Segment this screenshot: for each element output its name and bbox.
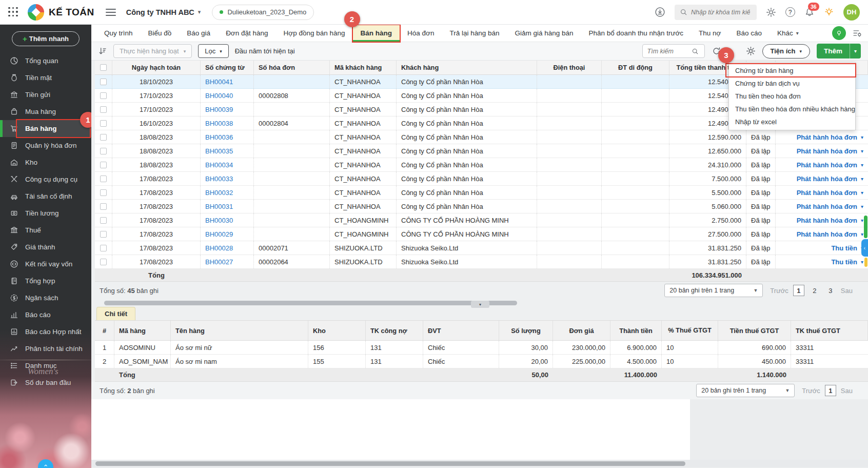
tab-hop-dong-ban-hang[interactable]: Hợp đồng bán hàng — [276, 25, 353, 42]
sort-icon[interactable] — [97, 46, 107, 56]
next-page-button[interactable]: Sau — [841, 287, 853, 295]
detail-row[interactable]: 2AO_SOMI_NAMÁo sơ mi nam155131Chiếc20,00… — [95, 355, 868, 368]
global-search[interactable] — [675, 5, 757, 20]
voucher-link[interactable]: BH00036 — [205, 133, 233, 141]
menu-item-chung-tu-ban-dich-vu[interactable]: Chứng từ bán dịch vụ — [729, 77, 855, 90]
row-checkbox[interactable] — [100, 189, 107, 196]
view-settings-icon[interactable] — [852, 28, 862, 38]
assistant-bulb-icon[interactable] — [832, 26, 846, 40]
detail-row[interactable]: 1AOSOMINUÁo sơ mi nữ156131Chiếc30,00230.… — [95, 341, 868, 355]
detail-column-header-idx[interactable]: # — [95, 321, 114, 340]
menu-item-nhap-tu-excel[interactable]: Nhập từ excel — [729, 115, 855, 128]
row-action-button[interactable]: Phát hành hóa đơn▾ — [797, 161, 863, 169]
row-checkbox[interactable] — [100, 203, 107, 210]
row-action-button[interactable]: Phát hành hóa đơn▾ — [797, 133, 863, 141]
page-1-button[interactable]: 1 — [793, 285, 804, 296]
row-checkbox[interactable] — [100, 106, 107, 113]
voucher-link[interactable]: BH00030 — [205, 217, 233, 224]
voucher-link[interactable]: BH00038 — [205, 120, 233, 127]
table-row[interactable]: 17/08/2023BH0002700002064SHIZUOKA.LTDShi… — [95, 255, 868, 269]
help-icon[interactable]: ? — [785, 7, 795, 17]
column-header-name[interactable]: Khách hàng — [397, 61, 537, 74]
detail-column-header-tk[interactable]: TK công nợ — [366, 321, 423, 340]
row-action-button[interactable]: Phát hành hóa đơn▾ — [797, 203, 863, 210]
table-row[interactable]: 17/08/2023BH00030CT_HOANGMINHCÔNG TY CỔ … — [95, 213, 868, 227]
voucher-link[interactable]: BH00035 — [205, 147, 233, 155]
detail-column-header-name[interactable]: Tên hàng — [171, 321, 308, 340]
table-row[interactable]: 18/08/2023BH00035CT_NHANHOACông ty Cổ ph… — [95, 144, 868, 158]
row-checkbox[interactable] — [100, 176, 107, 182]
table-row[interactable]: 17/08/2023BH00032CT_NHANHOACông ty Cổ ph… — [95, 186, 868, 200]
select-all-checkbox[interactable] — [100, 64, 107, 71]
tab-giam-gia-hang-ban[interactable]: Giảm giá hàng bán — [507, 25, 581, 42]
download-icon[interactable] — [655, 7, 665, 17]
company-selector[interactable]: Công ty TNHH ABC ▾ — [126, 8, 201, 16]
column-header-mobile[interactable]: ĐT di động — [602, 61, 669, 74]
sidebar-item-thue[interactable]: Thuế — [0, 222, 91, 239]
sidebar-item-ban-hang[interactable]: Bán hàng1 — [0, 120, 91, 137]
sidebar-item-tong-quan[interactable]: Tổng quan — [0, 52, 91, 69]
database-pill[interactable]: Dulieuketoan_2023_Demo — [212, 5, 314, 20]
tab-quy-trinh[interactable]: Quy trình — [96, 25, 141, 42]
detail-column-header-kho[interactable]: Kho — [308, 321, 366, 340]
row-checkbox[interactable] — [100, 79, 107, 85]
quick-add-button[interactable]: + Thêm nhanh — [12, 31, 80, 46]
sidebar-item-tien-mat[interactable]: Tiền mặt — [0, 69, 91, 86]
tab-bieu-do[interactable]: Biểu đồ — [141, 25, 180, 42]
row-action-button[interactable]: Thu tiền▾ — [831, 258, 863, 266]
sidebar-item-tien-luong[interactable]: Tiền lương — [0, 205, 91, 222]
global-search-input[interactable] — [691, 9, 750, 16]
voucher-link[interactable]: BH00027 — [205, 258, 233, 266]
voucher-link[interactable]: BH00033 — [205, 175, 233, 183]
detail-column-header-dvt[interactable]: ĐVT — [423, 321, 499, 340]
sidebar-item-tai-san-co-dinh[interactable]: Tài sản cố định — [0, 188, 91, 205]
voucher-link[interactable]: BH00040 — [205, 92, 233, 100]
detail-page-1-button[interactable]: 1 — [825, 385, 836, 396]
sidebar-item-danh-muc[interactable]: Danh mục — [0, 357, 91, 374]
detail-column-header-price[interactable]: Đơn giá — [553, 321, 610, 340]
row-checkbox[interactable] — [100, 120, 107, 127]
voucher-link[interactable]: BH00032 — [205, 189, 233, 197]
right-scrollbar-thumb[interactable] — [864, 216, 867, 238]
detail-column-header-amount[interactable]: Thành tiền — [610, 321, 662, 340]
voucher-link[interactable]: BH00029 — [205, 230, 233, 238]
row-action-button[interactable]: Phát hành hóa đơn▾ — [797, 175, 863, 183]
prev-page-button[interactable]: Trước — [770, 287, 788, 295]
detail-prev-page-button[interactable]: Trước — [802, 387, 820, 395]
tab-detail[interactable]: Chi tiết — [96, 307, 135, 320]
row-action-button[interactable]: Phát hành hóa đơn▾ — [797, 217, 863, 224]
list-search-input[interactable] — [647, 48, 688, 55]
row-checkbox[interactable] — [100, 217, 107, 224]
row-action-button[interactable]: Phát hành hóa đơn▾ — [797, 230, 863, 238]
sidebar-item-bao-cao-hop-nhat[interactable]: Báo cáo Hợp nhất — [0, 323, 91, 340]
tab-tra-lai-hang-ban[interactable]: Trả lại hàng bán — [442, 25, 507, 42]
column-header-code[interactable]: Mã khách hàng — [330, 61, 397, 74]
page-3-button[interactable]: 3 — [825, 285, 836, 296]
voucher-link[interactable]: BH00041 — [205, 78, 233, 86]
voucher-link[interactable]: BH00028 — [205, 244, 233, 252]
row-checkbox[interactable] — [100, 231, 107, 238]
tab-khac[interactable]: Khác▾ — [770, 25, 806, 42]
voucher-link[interactable]: BH00034 — [205, 161, 233, 169]
column-header-date[interactable]: Ngày hạch toán — [112, 61, 201, 74]
menu-item-thu-tien-theo-hoa-don[interactable]: Thu tiền theo hóa đơn — [729, 90, 855, 103]
tab-bao-cao[interactable]: Báo cáo — [728, 25, 770, 42]
app-launcher-icon[interactable] — [8, 7, 18, 17]
row-checkbox[interactable] — [100, 134, 107, 141]
detail-column-header-taxacc[interactable]: TK thuế GTGT — [791, 321, 868, 340]
sidebar-item-quan-ly-hoa-don[interactable]: Quản lý hóa đơn — [0, 137, 91, 154]
row-action-button[interactable]: Thu tiền▾ — [831, 244, 863, 252]
detail-page-size-select[interactable]: 20 bản ghi trên 1 trang ▼ — [696, 384, 795, 397]
table-row[interactable]: 18/08/2023BH00034CT_NHANHOACông ty Cổ ph… — [95, 158, 868, 172]
batch-action-select[interactable]: Thực hiện hàng loạt ▾ — [113, 44, 192, 58]
tab-bao-gia[interactable]: Báo giá — [179, 25, 218, 42]
tab-ban-hang[interactable]: Bán hàng2 — [353, 25, 400, 42]
detail-column-header-qty[interactable]: Số lượng — [499, 321, 553, 340]
table-row[interactable]: 17/08/2023BH00033CT_NHANHOACông ty Cổ ph… — [95, 172, 868, 186]
menu-item-thu-tien-theo-hoa-don-nhieu-khach-hang[interactable]: Thu tiền theo hóa đơn nhiều khách hàng — [729, 103, 855, 115]
sidebar-item-phan-tich-tai-chinh[interactable]: Phân tích tài chính — [0, 340, 91, 357]
filter-button[interactable]: Lọc ▾ — [198, 44, 229, 58]
gear-icon[interactable] — [766, 7, 776, 17]
column-header-phone[interactable]: Điện thoại — [537, 61, 602, 74]
column-header-doc[interactable]: Số chứng từ — [201, 61, 254, 74]
